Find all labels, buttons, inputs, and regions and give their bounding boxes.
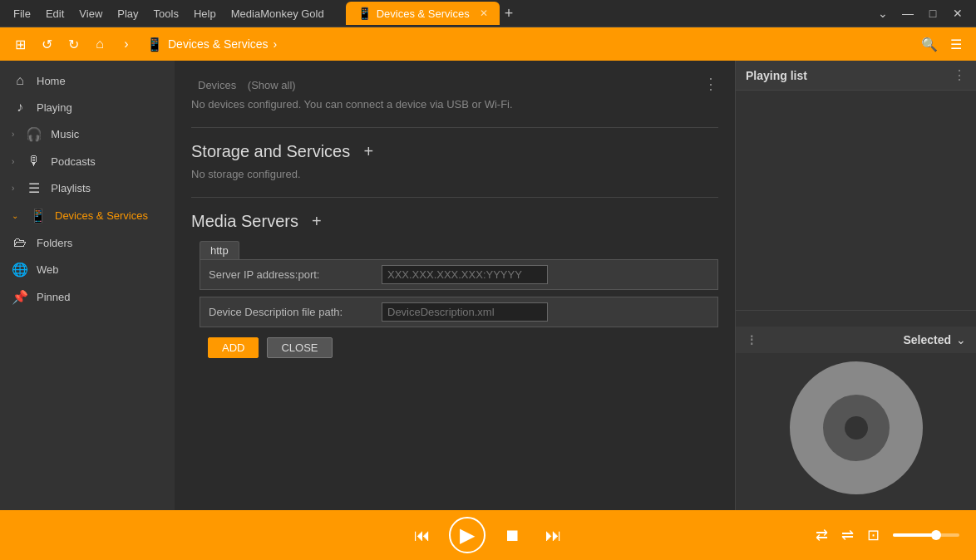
devices-show-all[interactable]: (Show all) — [248, 79, 296, 91]
view-toggle-button[interactable]: ☰ — [944, 32, 968, 56]
menu-edit[interactable]: Edit — [39, 4, 71, 23]
menu-view[interactable]: View — [72, 4, 109, 23]
home-icon: ⌂ — [12, 73, 28, 88]
window-controls: ⌄ — □ ✕ — [865, 4, 976, 22]
new-tab-button[interactable]: + — [500, 5, 519, 22]
close-form-button[interactable]: CLOSE — [267, 337, 332, 358]
selected-dropdown-icon[interactable]: ⌄ — [956, 333, 966, 346]
divider-2 — [191, 197, 718, 198]
menu-bar: File Edit View Play Tools Help MediaMonk… — [0, 4, 338, 23]
playlists-expand-icon: › — [12, 184, 14, 193]
selected-menu-icon[interactable]: ⋮ — [746, 333, 757, 346]
ip-address-input[interactable] — [382, 265, 548, 284]
http-tab[interactable]: http — [200, 241, 239, 259]
forward-button[interactable]: › — [115, 32, 138, 56]
main-layout: ⌂ Home ♪ Playing › 🎧 Music › 🎙 Podcasts … — [0, 61, 976, 510]
desc-file-input[interactable] — [382, 302, 548, 322]
album-art-center — [845, 416, 868, 440]
sidebar-item-label-web: Web — [37, 263, 59, 276]
prev-button[interactable]: ⏮ — [407, 520, 437, 550]
repeat-button[interactable]: ⇄ — [816, 526, 828, 544]
sidebar-item-label-home: Home — [37, 75, 66, 87]
breadcrumb-arrow-icon: › — [274, 37, 278, 51]
storage-title: Storage and Services — [191, 142, 350, 161]
next-button[interactable]: ⏭ — [539, 520, 569, 550]
player-right-controls: ⇄ ⇌ ⊡ — [816, 526, 959, 544]
podcasts-icon: 🎙 — [26, 154, 42, 169]
media-server-form: http Server IP address:port: Device Desc… — [200, 241, 718, 361]
devices-expand-icon: ⌄ — [12, 211, 18, 220]
sidebar-item-label-playlists: Playlists — [51, 182, 91, 194]
form-actions: ADD CLOSE — [200, 334, 718, 361]
tab-devices-services[interactable]: 📱 Devices & Services ✕ — [346, 2, 500, 25]
tab-bar: 📱 Devices & Services ✕ + — [338, 2, 865, 25]
redo-button[interactable]: ↻ — [62, 32, 85, 56]
tab-close-icon[interactable]: ✕ — [480, 7, 488, 19]
sidebar-item-music[interactable]: › 🎧 Music — [0, 120, 175, 148]
volume-knob[interactable] — [931, 530, 941, 540]
tab-icon: 📱 — [357, 7, 372, 20]
pinned-icon: 📌 — [12, 289, 28, 305]
sidebar-item-web[interactable]: 🌐 Web — [0, 256, 175, 283]
sidebar-item-label-playing: Playing — [37, 101, 72, 114]
devices-description: No devices configured. You can connect a… — [191, 98, 718, 111]
window-close[interactable]: ✕ — [946, 4, 969, 22]
playlists-icon: ☰ — [26, 180, 42, 196]
tab-label: Devices & Services — [377, 7, 470, 20]
devices-menu-icon[interactable]: ⋮ — [703, 75, 718, 93]
breadcrumb: 📱 Devices & Services › — [146, 37, 277, 52]
sidebar-item-label-music: Music — [51, 128, 79, 140]
sidebar-item-playing[interactable]: ♪ Playing — [0, 94, 175, 120]
music-icon: 🎧 — [26, 126, 42, 142]
stop-button[interactable]: ⏹ — [497, 520, 527, 550]
sidebar-item-label-pinned: Pinned — [37, 291, 70, 303]
desc-label: Device Description file path: — [209, 306, 375, 318]
menu-tools[interactable]: Tools — [147, 4, 185, 23]
sidebar-item-podcasts[interactable]: › 🎙 Podcasts — [0, 148, 175, 174]
search-button[interactable]: 🔍 — [918, 32, 941, 56]
bottom-player: ⏮ ▶ ⏹ ⏭ ⇄ ⇌ ⊡ — [0, 510, 976, 560]
menu-help[interactable]: Help — [187, 4, 223, 23]
selected-panel: ⋮ Selected ⌄ — [736, 311, 976, 510]
menu-play[interactable]: Play — [111, 4, 145, 23]
media-servers-header-row: Media Servers + — [191, 211, 718, 231]
menu-file[interactable]: File — [7, 4, 37, 23]
home-button[interactable]: ⌂ — [88, 32, 111, 56]
toolbar-right: 🔍 ☰ — [918, 32, 968, 56]
undo-button[interactable]: ↺ — [35, 32, 58, 56]
toolbar-grid-icon[interactable]: ⊞ — [8, 32, 32, 56]
shuffle-button[interactable]: ⇌ — [841, 526, 854, 544]
content-area: Devices (Show all) ⋮ No devices configur… — [175, 61, 735, 510]
add-server-button[interactable]: ADD — [208, 337, 259, 358]
music-expand-icon: › — [12, 130, 14, 139]
volume-slider[interactable] — [893, 533, 959, 537]
sidebar-item-label-folders: Folders — [37, 237, 72, 249]
playing-list-title: Playing list — [746, 69, 807, 82]
devices-title: Devices (Show all) — [191, 74, 296, 93]
storage-add-button[interactable]: + — [358, 141, 378, 161]
web-icon: 🌐 — [12, 262, 28, 278]
sidebar-item-playlists[interactable]: › ☰ Playlists — [0, 174, 175, 202]
sidebar-item-pinned[interactable]: 📌 Pinned — [0, 283, 175, 311]
media-servers-add-button[interactable]: + — [307, 211, 327, 231]
sidebar-item-label-devices: Devices & Services — [55, 209, 148, 222]
album-art-inner — [823, 395, 890, 461]
playing-list-menu-icon[interactable]: ⋮ — [953, 67, 966, 83]
window-dropdown[interactable]: ⌄ — [871, 4, 895, 22]
menu-mediamonkey[interactable]: MediaMonkey Gold — [224, 4, 331, 23]
sidebar-item-home[interactable]: ⌂ Home — [0, 67, 175, 94]
window-minimize[interactable]: — — [896, 4, 919, 22]
sidebar-item-label-podcasts: Podcasts — [51, 155, 95, 168]
breadcrumb-device-icon: 📱 — [146, 37, 163, 52]
cast-button[interactable]: ⊡ — [867, 526, 880, 544]
window-maximize[interactable]: □ — [921, 4, 944, 22]
selected-title: Selected — [903, 333, 951, 346]
play-button[interactable]: ▶ — [449, 517, 486, 553]
ip-label: Server IP address:port: — [209, 268, 375, 281]
sidebar: ⌂ Home ♪ Playing › 🎧 Music › 🎙 Podcasts … — [0, 61, 175, 510]
selected-header: ⋮ Selected ⌄ — [736, 327, 976, 353]
sidebar-item-folders[interactable]: 🗁 Folders — [0, 229, 175, 256]
sidebar-item-devices[interactable]: ⌄ 📱 Devices & Services — [0, 202, 175, 229]
playing-list-panel: Playing list ⋮ — [736, 61, 976, 311]
right-panel: Playing list ⋮ ⋮ Selected ⌄ — [735, 61, 976, 510]
